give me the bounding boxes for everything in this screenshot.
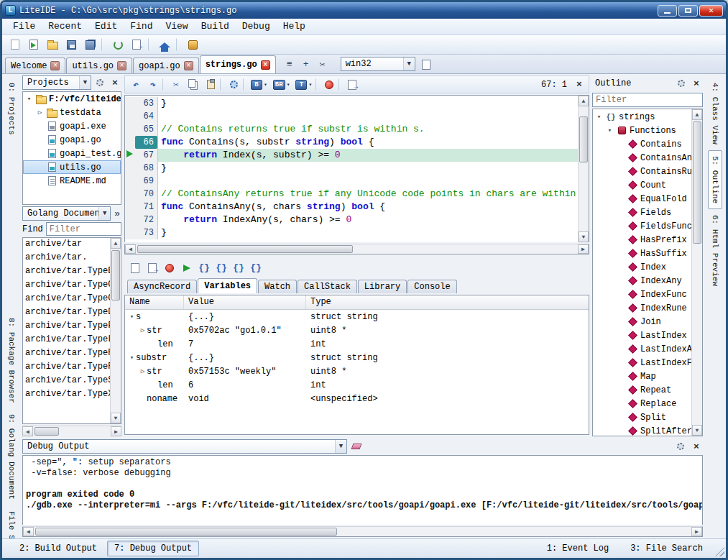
column-header-type[interactable]: Type (306, 295, 589, 309)
editor-vscrollbar[interactable]: ▲ ▼ (578, 96, 589, 242)
close-editor-icon[interactable]: ✂ (315, 58, 330, 71)
export-source-icon[interactable] (344, 77, 360, 92)
debug-tab-callstack[interactable]: CallStack (298, 280, 357, 293)
scroll-right-icon[interactable]: ▶ (111, 426, 121, 436)
menu-edit[interactable]: Edit (88, 19, 124, 35)
scrollbar-thumb[interactable] (137, 245, 353, 253)
tree-expander-icon[interactable] (595, 113, 603, 121)
title-bar[interactable]: L LiteIDE - C:\Go\src\pkg\strings\string… (2, 2, 726, 19)
gutter[interactable]: 64 (125, 110, 158, 123)
tab-strings-go[interactable]: strings.go × (200, 55, 276, 73)
gutter[interactable]: 69 (125, 175, 158, 188)
variable-row[interactable]: len 6 int (125, 378, 589, 392)
tree-expander-icon[interactable] (139, 367, 147, 375)
debug-output-menu-button[interactable] (674, 440, 687, 453)
save-file-icon[interactable] (63, 37, 80, 52)
outline-item[interactable]: Repeat (593, 383, 691, 397)
gutter[interactable]: 65 (125, 123, 158, 136)
debug-output-hscrollbar[interactable]: ◀ ▶ (22, 526, 703, 537)
gutter[interactable]: 70 (125, 188, 158, 201)
build-settings-icon[interactable] (226, 77, 241, 92)
variable-row[interactable]: noname void <unspecified> (125, 392, 589, 405)
document-list-item[interactable]: archive/tar (23, 238, 110, 252)
find-filter-input[interactable] (46, 222, 121, 236)
document-list-item[interactable]: archive/tar.TypeDir (23, 306, 110, 320)
outline-item[interactable]: IndexFunc (593, 288, 691, 301)
menu-build[interactable]: Build (195, 19, 236, 35)
document-list-item[interactable]: archive/tar.TypeLink (23, 334, 110, 347)
scroll-left-icon[interactable]: ◀ (23, 527, 34, 536)
code-line[interactable]: 72 return IndexAny(s, chars) >= 0 (125, 214, 578, 226)
gutter[interactable]: 72 (125, 214, 158, 226)
home-icon[interactable] (156, 37, 173, 52)
clear-output-button[interactable] (350, 440, 363, 453)
menu-file[interactable]: File (6, 19, 42, 35)
menu-help[interactable]: Help (277, 19, 312, 35)
projects-close-button[interactable]: × (109, 76, 121, 89)
side-tab-class-view[interactable]: 4: Class View (708, 77, 722, 150)
golang-document-combo[interactable]: Golang Document ▼ (22, 206, 111, 221)
menu-debug[interactable]: Debug (236, 19, 277, 35)
document-list-item[interactable]: archive/tar.TypeFifo (23, 320, 110, 334)
column-header-name[interactable]: Name (125, 295, 184, 309)
side-tab-outline[interactable]: 5: Outline (708, 150, 722, 209)
remove-watch-icon[interactable] (144, 260, 160, 275)
tree-item-goapi-go[interactable]: goapi.go (23, 133, 121, 147)
tab-close-icon[interactable]: × (50, 61, 60, 70)
tree-expander-icon[interactable] (128, 354, 136, 362)
scroll-right-icon[interactable]: ▶ (578, 244, 589, 254)
paste-icon[interactable] (203, 77, 218, 92)
scroll-down-icon[interactable]: ▼ (111, 413, 121, 423)
tab-close-icon[interactable]: × (261, 60, 270, 70)
tree-item-root-folder[interactable]: F:/vfc/liteide-git (23, 92, 121, 106)
scroll-up-icon[interactable]: ▲ (111, 238, 121, 249)
close-editor-view-button[interactable]: × (573, 78, 586, 91)
run-to-line-icon[interactable]: {} (248, 260, 264, 275)
tab-close-icon[interactable]: × (184, 61, 193, 70)
status-debug-output-button[interactable]: 7: Debug Output (107, 541, 199, 556)
document-list-item[interactable]: archive/tar. (23, 252, 110, 265)
test-menu-button[interactable]: T (293, 77, 314, 92)
variable-row[interactable]: str 0x57153c "weekly" uint8 * (125, 364, 589, 378)
side-tab-golang-document[interactable]: 9: Golang Document (4, 408, 19, 505)
side-tab-projects[interactable]: 0: Projects (4, 77, 19, 141)
code-line[interactable]: 68} (125, 162, 578, 175)
scrollbar-thumb[interactable] (693, 121, 701, 244)
env-settings-button[interactable] (419, 58, 433, 71)
outline-item[interactable]: LastIndexFunc (593, 356, 691, 369)
code-line[interactable]: 66func Contains(s, substr string) bool { (125, 136, 578, 149)
scrollbar-thumb[interactable] (34, 427, 59, 436)
gutter[interactable]: 66 (125, 136, 158, 149)
debug-tab-console[interactable]: Console (407, 280, 456, 293)
side-tab-package-browser[interactable]: 8: Package Browser (4, 312, 19, 409)
document-list-hscrollbar[interactable]: ◀ ▶ (22, 426, 121, 436)
code-area[interactable]: 63}6465// Contains returns true if subst… (124, 95, 589, 242)
tree-item-goapi-test-go[interactable]: goapi_test.go (23, 147, 121, 160)
document-list-item[interactable]: archive/tar.TypeXGlobalHeader (23, 388, 110, 402)
scrollbar-thumb[interactable] (579, 116, 588, 162)
code-line[interactable]: 73} (125, 226, 578, 239)
save-all-icon[interactable] (81, 37, 98, 52)
export-file-icon[interactable] (128, 37, 145, 52)
step-over-icon[interactable]: {} (213, 260, 229, 275)
tree-expander-icon[interactable] (25, 95, 33, 103)
outline-item[interactable]: FieldsFunc (593, 219, 691, 233)
tree-expander-icon[interactable] (606, 127, 614, 134)
open-file-icon[interactable] (25, 37, 42, 52)
outline-item[interactable]: Fields (593, 206, 691, 219)
column-header-value[interactable]: Value (184, 295, 306, 309)
scrollbar-thumb[interactable] (111, 250, 120, 300)
scroll-up-icon[interactable]: ▲ (692, 109, 702, 120)
code-line[interactable]: 64 (125, 110, 578, 123)
debug-output-combo[interactable]: Debug Output ▼ (22, 439, 347, 454)
status-file-search-button[interactable]: 3: File Search (623, 541, 710, 556)
outline-item[interactable]: HasSuffix (593, 247, 691, 260)
resize-grip[interactable] (715, 547, 724, 556)
build-config-icon[interactable] (184, 37, 201, 52)
debug-start-button[interactable] (321, 77, 337, 92)
outline-item[interactable]: SplitAfter (593, 424, 691, 436)
outline-item[interactable]: Index (593, 260, 691, 274)
status-event-log-button[interactable]: 1: Event Log (540, 541, 616, 556)
document-list-item[interactable]: archive/tar.TypeChar (23, 279, 110, 293)
gutter[interactable]: 73 (125, 226, 158, 239)
